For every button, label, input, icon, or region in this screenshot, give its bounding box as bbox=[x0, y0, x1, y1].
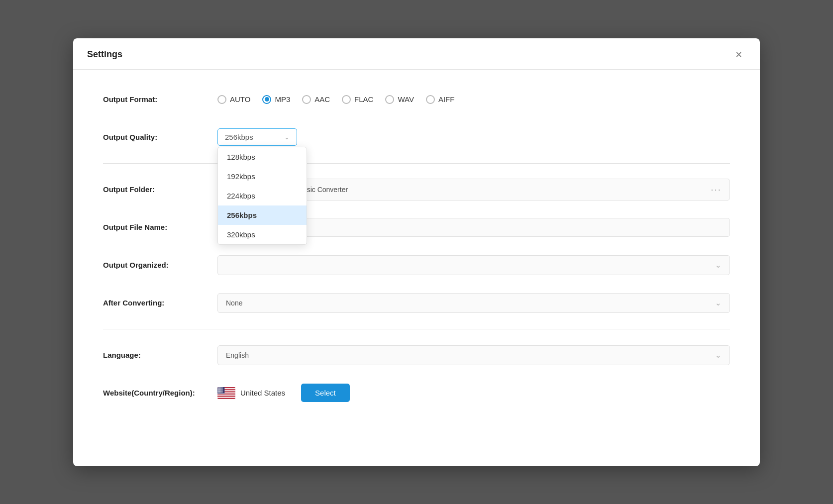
svg-point-10 bbox=[219, 387, 220, 388]
output-organized-row: Output Organized: ⌄ bbox=[103, 253, 730, 277]
settings-dialog: Settings × Output Format: AUTO MP3 bbox=[73, 38, 760, 466]
output-quality-label: Output Quality: bbox=[103, 133, 217, 141]
quality-option-320[interactable]: 320kbps bbox=[218, 225, 307, 244]
radio-aiff bbox=[426, 95, 435, 104]
close-button[interactable]: × bbox=[731, 47, 746, 62]
radio-mp3 bbox=[262, 95, 271, 104]
radio-flac bbox=[342, 95, 351, 104]
radio-aac bbox=[302, 95, 311, 104]
svg-rect-6 bbox=[217, 397, 235, 398]
svg-point-31 bbox=[222, 390, 222, 390]
svg-point-29 bbox=[220, 390, 221, 390]
svg-point-32 bbox=[218, 391, 218, 391]
country-name-text: United States bbox=[240, 389, 285, 397]
quality-dropdown[interactable]: 256kbps ⌄ bbox=[217, 128, 297, 146]
after-converting-row: After Converting: None ⌄ bbox=[103, 291, 730, 315]
quality-option-192[interactable]: 192kbps bbox=[218, 167, 307, 186]
language-label: Language: bbox=[103, 351, 217, 359]
format-mp3-label: MP3 bbox=[275, 95, 290, 103]
format-option-flac[interactable]: FLAC bbox=[342, 95, 373, 104]
dialog-title: Settings bbox=[87, 49, 122, 60]
svg-point-35 bbox=[220, 391, 221, 391]
website-value: United States Select bbox=[217, 384, 730, 402]
svg-point-34 bbox=[219, 391, 220, 391]
format-option-mp3[interactable]: MP3 bbox=[262, 95, 290, 104]
svg-point-20 bbox=[218, 389, 218, 390]
svg-point-23 bbox=[220, 389, 221, 390]
folder-dots-button[interactable]: ··· bbox=[705, 184, 722, 195]
quality-option-224[interactable]: 224kbps bbox=[218, 186, 307, 205]
website-row: Website(Country/Region): bbox=[103, 381, 730, 405]
after-converting-value: None ⌄ bbox=[217, 293, 730, 313]
output-organized-value: ⌄ bbox=[217, 255, 730, 275]
quality-option-128[interactable]: 128kbps bbox=[218, 147, 307, 167]
svg-point-24 bbox=[221, 389, 221, 390]
svg-point-21 bbox=[218, 389, 219, 390]
svg-point-28 bbox=[219, 390, 220, 390]
format-auto-label: AUTO bbox=[230, 95, 250, 103]
svg-point-39 bbox=[218, 392, 219, 392]
svg-point-27 bbox=[218, 390, 219, 390]
format-option-auto[interactable]: AUTO bbox=[217, 95, 250, 104]
format-option-aiff[interactable]: AIFF bbox=[426, 95, 455, 104]
output-organized-caret-icon: ⌄ bbox=[715, 261, 722, 270]
output-folder-label: Output Folder: bbox=[103, 185, 217, 194]
radio-auto bbox=[217, 95, 226, 104]
output-format-row: Output Format: AUTO MP3 AAC bbox=[103, 88, 730, 111]
format-wav-label: WAV bbox=[398, 95, 414, 103]
language-value: English ⌄ bbox=[217, 345, 730, 365]
quality-option-256[interactable]: 256kbps bbox=[218, 205, 307, 225]
svg-point-36 bbox=[221, 391, 221, 391]
quality-selected-value: 256kbps bbox=[225, 133, 253, 141]
svg-point-18 bbox=[221, 388, 221, 389]
svg-point-40 bbox=[219, 392, 220, 392]
format-aac-label: AAC bbox=[314, 95, 330, 103]
svg-point-33 bbox=[218, 391, 219, 391]
after-converting-dropdown[interactable]: None ⌄ bbox=[217, 293, 730, 313]
quality-caret-icon: ⌄ bbox=[284, 133, 290, 141]
select-country-button[interactable]: Select bbox=[301, 384, 350, 402]
language-row: Language: English ⌄ bbox=[103, 343, 730, 367]
language-caret-icon: ⌄ bbox=[715, 351, 722, 360]
after-converting-label: After Converting: bbox=[103, 299, 217, 307]
svg-point-11 bbox=[220, 387, 221, 388]
after-converting-text: None bbox=[226, 299, 242, 307]
svg-point-26 bbox=[218, 390, 218, 390]
svg-point-30 bbox=[221, 390, 221, 390]
svg-point-38 bbox=[218, 392, 218, 392]
format-flac-label: FLAC bbox=[354, 95, 373, 103]
format-option-wav[interactable]: WAV bbox=[385, 95, 414, 104]
svg-point-8 bbox=[218, 387, 218, 388]
svg-point-22 bbox=[219, 389, 220, 390]
output-file-name-row: Output File Name: bbox=[103, 215, 730, 239]
format-aiff-label: AIFF bbox=[438, 95, 455, 103]
svg-point-16 bbox=[219, 388, 220, 389]
svg-point-43 bbox=[222, 392, 222, 392]
language-dropdown[interactable]: English ⌄ bbox=[217, 345, 730, 365]
website-label: Website(Country/Region): bbox=[103, 389, 217, 397]
output-quality-value: 256kbps ⌄ 128kbps 192kbps 224kbps 256kbp… bbox=[217, 128, 730, 146]
svg-point-37 bbox=[222, 391, 222, 391]
after-converting-caret-icon: ⌄ bbox=[715, 299, 722, 307]
us-flag-icon bbox=[217, 387, 235, 399]
output-organized-label: Output Organized: bbox=[103, 261, 217, 269]
quality-dropdown-wrapper: 256kbps ⌄ 128kbps 192kbps 224kbps 256kbp… bbox=[217, 128, 297, 146]
dialog-body: Output Format: AUTO MP3 AAC bbox=[73, 70, 760, 439]
output-format-value: AUTO MP3 AAC FLAC bbox=[217, 95, 730, 104]
dialog-header: Settings × bbox=[73, 38, 760, 70]
divider-1 bbox=[103, 163, 730, 164]
quality-dropdown-menu: 128kbps 192kbps 224kbps 256kbps 320kbps bbox=[217, 147, 307, 245]
format-radio-group: AUTO MP3 AAC FLAC bbox=[217, 95, 454, 104]
svg-point-15 bbox=[218, 388, 219, 389]
format-option-aac[interactable]: AAC bbox=[302, 95, 330, 104]
output-quality-row: Output Quality: 256kbps ⌄ 128kbps 192kbp… bbox=[103, 125, 730, 149]
output-organized-dropdown[interactable]: ⌄ bbox=[217, 255, 730, 275]
output-format-label: Output Format: bbox=[103, 95, 217, 103]
svg-point-19 bbox=[222, 388, 222, 389]
svg-point-42 bbox=[221, 392, 221, 392]
divider-2 bbox=[103, 329, 730, 329]
svg-point-9 bbox=[218, 387, 219, 388]
svg-point-17 bbox=[220, 388, 221, 389]
svg-point-25 bbox=[222, 389, 222, 390]
svg-point-13 bbox=[222, 387, 222, 388]
